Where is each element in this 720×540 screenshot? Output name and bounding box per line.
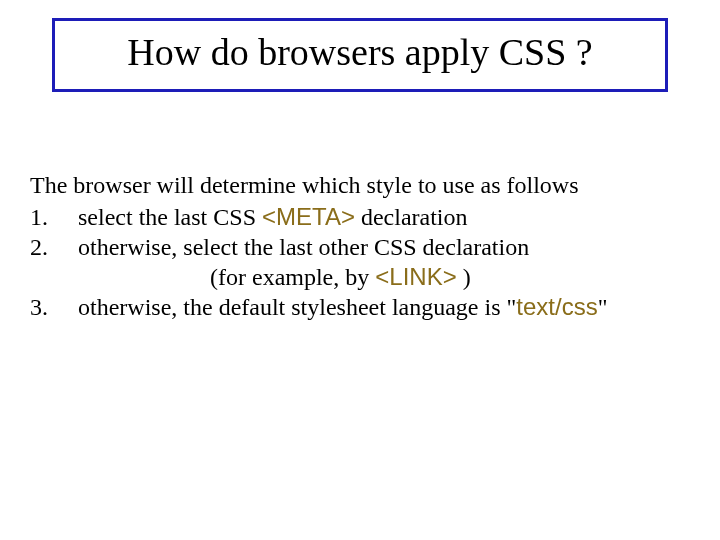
title-box: How do browsers apply CSS ? xyxy=(52,18,668,92)
ordered-list: 1. select the last CSS <META> declaratio… xyxy=(30,202,690,322)
item-number: 1. xyxy=(30,202,78,232)
text-run: select the last CSS xyxy=(78,204,262,230)
item-number: 3. xyxy=(30,292,78,322)
item-number: 2. xyxy=(30,232,78,262)
slide-body: The browser will determine which style t… xyxy=(30,170,690,322)
list-item: 2. otherwise, select the last other CSS … xyxy=(30,232,690,262)
text-run: " xyxy=(598,294,608,320)
list-item: 1. select the last CSS <META> declaratio… xyxy=(30,202,690,232)
intro-text: The browser will determine which style t… xyxy=(30,170,690,200)
list-item: 3. otherwise, the default stylesheet lan… xyxy=(30,292,690,322)
code-run: <META> xyxy=(262,203,355,230)
item-text: select the last CSS <META> declaration xyxy=(78,202,690,232)
item-text: otherwise, the default stylesheet langua… xyxy=(78,292,690,322)
text-run: otherwise, select the last other CSS dec… xyxy=(78,234,529,260)
text-run: declaration xyxy=(355,204,468,230)
slide: How do browsers apply CSS ? The browser … xyxy=(0,0,720,540)
text-run: (for example, by xyxy=(210,264,375,290)
item-text: otherwise, select the last other CSS dec… xyxy=(78,232,690,262)
slide-title: How do browsers apply CSS ? xyxy=(127,31,592,73)
item-continuation: (for example, by <LINK> ) xyxy=(30,262,690,292)
code-run: <LINK> xyxy=(375,263,456,290)
text-run: ) xyxy=(457,264,471,290)
text-run: otherwise, the default stylesheet langua… xyxy=(78,294,516,320)
code-run: text/css xyxy=(516,293,597,320)
